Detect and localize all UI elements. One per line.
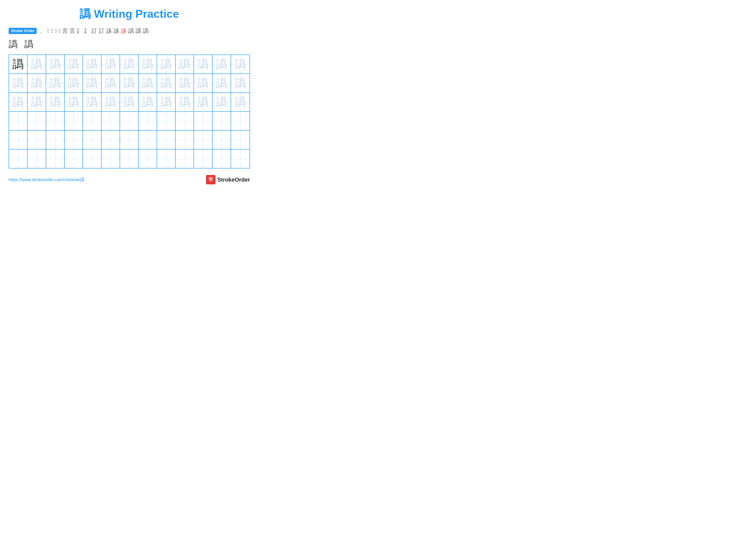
stroke-7: 言	[69, 27, 75, 35]
grid-cell-r1c5[interactable]: 譌	[83, 55, 101, 73]
stroke-order-badge: Stroke Order	[9, 28, 37, 34]
grid-row-2: 譌 譌 譌 譌 譌 譌 譌 譌 譌 譌 譌 譌 譌	[9, 74, 250, 93]
grid-cell-r4c12[interactable]	[212, 112, 231, 130]
page-title: 譌 Writing Practice	[80, 8, 179, 20]
grid-cell-r3c6[interactable]: 譌	[101, 93, 120, 111]
footer: https://www.strokeorder.com/chinese/譌 字 …	[9, 175, 250, 184]
grid-cell-r2c7[interactable]: 譌	[120, 74, 139, 92]
grid-row-6	[9, 149, 250, 168]
grid-cell-r4c9[interactable]	[157, 112, 176, 130]
grid-cell-r4c13[interactable]	[231, 112, 250, 130]
grid-cell-r2c11[interactable]: 譌	[194, 74, 212, 92]
grid-cell-r1c4[interactable]: 譌	[65, 55, 83, 73]
grid-cell-r3c1[interactable]: 譌	[9, 93, 28, 111]
grid-cell-r3c2[interactable]: 譌	[28, 93, 46, 111]
stroke-4: 𠃌	[55, 28, 57, 34]
grid-row-1: 譌 譌 譌 譌 譌 譌 譌 譌 譌 譌 譌 譌 譌	[9, 55, 250, 74]
grid-cell-r3c12[interactable]: 譌	[212, 93, 231, 111]
grid-cell-r3c8[interactable]: 譌	[139, 93, 157, 111]
grid-cell-r1c13[interactable]: 譌	[231, 55, 250, 73]
grid-cell-r2c5[interactable]: 譌	[83, 74, 101, 92]
grid-cell-r5c9[interactable]	[157, 131, 176, 149]
grid-cell-r4c4[interactable]	[65, 112, 83, 130]
grid-cell-r6c3[interactable]	[46, 149, 65, 168]
grid-cell-r3c11[interactable]: 譌	[194, 93, 212, 111]
grid-cell-r3c13[interactable]: 譌	[231, 93, 250, 111]
grid-cell-r1c10[interactable]: 譌	[176, 55, 194, 73]
grid-cell-r6c9[interactable]	[157, 149, 176, 168]
stroke-14: 誃	[121, 27, 126, 35]
grid-cell-r6c6[interactable]	[101, 149, 120, 168]
grid-cell-r3c5[interactable]: 譌	[83, 93, 101, 111]
grid-cell-r5c11[interactable]	[194, 131, 212, 149]
grid-cell-r6c5[interactable]	[83, 149, 101, 168]
stroke-1: 、	[40, 27, 45, 35]
grid-cell-r4c1[interactable]	[9, 112, 28, 130]
grid-cell-r5c5[interactable]	[83, 131, 101, 149]
grid-cell-r4c5[interactable]	[83, 112, 101, 130]
grid-cell-r2c13[interactable]: 譌	[231, 74, 250, 92]
stroke-15: 譌	[128, 27, 134, 35]
grid-cell-r4c11[interactable]	[194, 112, 212, 130]
grid-cell-r2c3[interactable]: 譌	[46, 74, 65, 92]
grid-row-5	[9, 131, 250, 149]
grid-cell-r5c2[interactable]	[28, 131, 46, 149]
grid-cell-r6c4[interactable]	[65, 149, 83, 168]
grid-cell-r2c12[interactable]: 譌	[212, 74, 231, 92]
grid-cell-r6c7[interactable]	[120, 149, 139, 168]
grid-cell-r2c8[interactable]: 譌	[139, 74, 157, 92]
grid-cell-r2c2[interactable]: 譌	[28, 74, 46, 92]
grid-cell-r2c10[interactable]: 譌	[176, 74, 194, 92]
practice-grid: 譌 譌 譌 譌 譌 譌 譌 譌 譌 譌 譌 譌 譌 譌 譌 譌 譌 譌 譌 譌 …	[9, 55, 250, 168]
grid-cell-r1c1[interactable]: 譌	[9, 55, 28, 73]
stroke-6: 言	[62, 27, 68, 35]
grid-cell-r1c7[interactable]: 譌	[120, 55, 139, 73]
stroke-3: 𠃌	[51, 28, 53, 34]
grid-cell-r6c10[interactable]	[176, 149, 194, 168]
grid-cell-r5c13[interactable]	[231, 131, 250, 149]
preview-chars: 譌 譌	[9, 38, 250, 50]
grid-cell-r1c3[interactable]: 譌	[46, 55, 65, 73]
grid-cell-r4c3[interactable]	[46, 112, 65, 130]
grid-cell-r5c1[interactable]	[9, 131, 28, 149]
grid-cell-r3c9[interactable]: 譌	[157, 93, 176, 111]
grid-cell-r6c8[interactable]	[139, 149, 157, 168]
grid-cell-r4c10[interactable]	[176, 112, 194, 130]
grid-cell-r6c2[interactable]	[28, 149, 46, 168]
stroke-11: 訂	[99, 27, 104, 35]
logo-icon: 字	[206, 175, 216, 184]
grid-cell-r3c7[interactable]: 譌	[120, 93, 139, 111]
grid-cell-r1c11[interactable]: 譌	[194, 55, 212, 73]
grid-cell-r1c9[interactable]: 譌	[157, 55, 176, 73]
grid-cell-r6c1[interactable]	[9, 149, 28, 168]
grid-cell-r3c10[interactable]: 譌	[176, 93, 194, 111]
logo-text: StrokeOrder	[217, 176, 250, 183]
grid-cell-r6c12[interactable]	[212, 149, 231, 168]
grid-cell-r1c12[interactable]: 譌	[212, 55, 231, 73]
grid-cell-r1c2[interactable]: 譌	[28, 55, 46, 73]
grid-cell-r1c6[interactable]: 譌	[101, 55, 120, 73]
grid-cell-r4c8[interactable]	[139, 112, 157, 130]
grid-cell-r1c8[interactable]: 譌	[139, 55, 157, 73]
grid-cell-r6c13[interactable]	[231, 149, 250, 168]
grid-cell-r3c3[interactable]: 譌	[46, 93, 65, 111]
grid-cell-r5c6[interactable]	[101, 131, 120, 149]
grid-cell-r2c1[interactable]: 譌	[9, 74, 28, 92]
grid-cell-r5c4[interactable]	[65, 131, 83, 149]
grid-cell-r4c2[interactable]	[28, 112, 46, 130]
grid-cell-r5c12[interactable]	[212, 131, 231, 149]
grid-cell-r5c3[interactable]	[46, 131, 65, 149]
grid-cell-r4c7[interactable]	[120, 112, 139, 130]
grid-cell-r5c8[interactable]	[139, 131, 157, 149]
grid-cell-r4c6[interactable]	[101, 112, 120, 130]
grid-cell-r3c4[interactable]: 譌	[65, 93, 83, 111]
grid-cell-r2c9[interactable]: 譌	[157, 74, 176, 92]
grid-row-4	[9, 112, 250, 131]
grid-cell-r2c4[interactable]: 譌	[65, 74, 83, 92]
grid-cell-r5c10[interactable]	[176, 131, 194, 149]
stroke-5: 𠄌	[59, 28, 61, 34]
grid-cell-r6c11[interactable]	[194, 149, 212, 168]
grid-cell-r5c7[interactable]	[120, 131, 139, 149]
footer-url[interactable]: https://www.strokeorder.com/chinese/譌	[9, 177, 84, 183]
grid-cell-r2c6[interactable]: 譌	[101, 74, 120, 92]
